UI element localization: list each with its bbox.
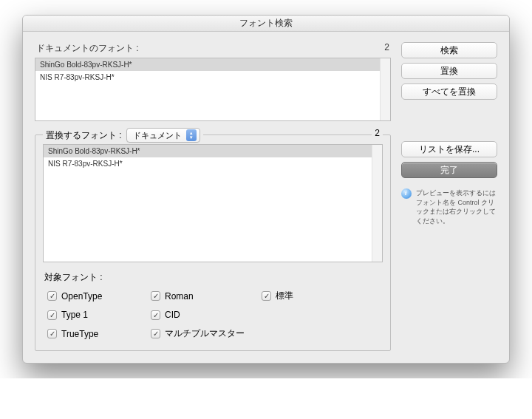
left-column: ドキュメントのフォント : 2 ShinGo Bold-83pv-RKSJ-H*…: [35, 42, 391, 351]
replace-fonts-count: 2: [375, 128, 380, 138]
replace-fonts-group: 置換するフォント : ドキュメント ▲▼ 2 ShinGo Bold-83pv-…: [35, 134, 391, 351]
check-cid[interactable]: ✓CID: [151, 310, 262, 320]
info-text: プレビューを表示するにはフォント名を Control クリックまたは右クリックし…: [416, 188, 497, 225]
replace-fonts-count-wrap: 2: [372, 128, 383, 138]
list-item[interactable]: NIS R7-83pv-RKSJ-H*: [35, 71, 390, 84]
document-fonts-list[interactable]: ShinGo Bold-83pv-RKSJ-H* NIS R7-83pv-RKS…: [35, 58, 391, 121]
find-button[interactable]: 検索: [401, 42, 497, 58]
replace-button[interactable]: 置換: [401, 63, 497, 79]
document-fonts-label: ドキュメントのフォント :: [36, 42, 139, 55]
target-fonts-label: 対象フォント :: [44, 271, 383, 284]
dialog-window: フォント検索 ドキュメントのフォント : 2 ShinGo Bold-83pv-…: [22, 15, 510, 364]
replace-fonts-list[interactable]: ShinGo Bold-83pv-RKSJ-H* NIS R7-83pv-RKS…: [43, 144, 383, 262]
check-standard[interactable]: ✓標準: [262, 290, 350, 302]
document-fonts-header: ドキュメントのフォント : 2: [35, 42, 391, 55]
list-item[interactable]: ShinGo Bold-83pv-RKSJ-H*: [44, 145, 382, 157]
done-button[interactable]: 完了: [401, 162, 497, 178]
check-roman[interactable]: ✓Roman: [151, 290, 262, 302]
content-area: ドキュメントのフォント : 2 ShinGo Bold-83pv-RKSJ-H*…: [23, 32, 509, 363]
info-message: プレビューを表示するにはフォント名を Control クリックまたは右クリックし…: [401, 188, 497, 225]
save-list-button[interactable]: リストを保存...: [401, 141, 497, 157]
scrollbar[interactable]: [380, 58, 390, 120]
spacer: [401, 104, 497, 137]
replace-fonts-label: 置換するフォント :: [46, 129, 122, 142]
checkbox-icon: ✓: [151, 329, 160, 338]
replace-source-dropdown[interactable]: ドキュメント ▲▼: [126, 128, 200, 143]
dropdown-value: ドキュメント: [133, 130, 182, 141]
scrollbar[interactable]: [372, 145, 382, 262]
document-fonts-count: 2: [384, 42, 389, 55]
list-item[interactable]: ShinGo Bold-83pv-RKSJ-H*: [35, 58, 390, 71]
info-icon: [401, 188, 412, 199]
replace-fonts-legend: 置換するフォント : ドキュメント ▲▼: [43, 128, 203, 143]
right-column: 検索 置換 すべてを置換 リストを保存... 完了 プレビューを表示するにはフォ…: [401, 42, 497, 351]
checkbox-icon: ✓: [262, 291, 271, 301]
checkbox-icon: ✓: [47, 310, 57, 320]
check-opentype[interactable]: ✓OpenType: [47, 290, 151, 302]
checkbox-icon: ✓: [151, 310, 160, 320]
target-fonts-checks: ✓OpenType ✓Roman ✓標準 ✓Type 1 ✓CID ✓TrueT…: [43, 290, 383, 340]
list-item[interactable]: NIS R7-83pv-RKSJ-H*: [44, 157, 382, 170]
check-truetype[interactable]: ✓TrueType: [47, 327, 151, 340]
chevron-updown-icon: ▲▼: [186, 129, 197, 141]
window-title: フォント検索: [239, 17, 293, 30]
check-multiplemaster[interactable]: ✓マルチプルマスター: [151, 327, 350, 340]
check-type1[interactable]: ✓Type 1: [47, 310, 151, 320]
checkbox-icon: ✓: [151, 291, 160, 301]
replace-all-button[interactable]: すべてを置換: [401, 84, 497, 100]
checkbox-icon: ✓: [47, 291, 57, 301]
checkbox-icon: ✓: [47, 329, 57, 338]
titlebar: フォント検索: [23, 16, 509, 32]
